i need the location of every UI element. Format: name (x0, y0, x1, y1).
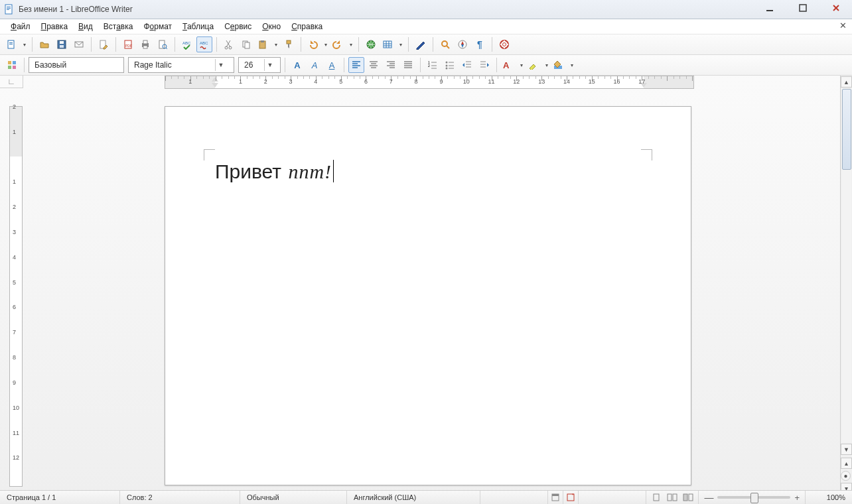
svg-rect-54 (689, 494, 693, 501)
cut-button[interactable] (221, 36, 237, 52)
svg-rect-5 (800, 5, 806, 11)
bullet-list-button[interactable] (442, 57, 458, 73)
print-preview-button[interactable] (155, 36, 171, 52)
save-button[interactable] (54, 36, 70, 52)
menu-window[interactable]: Окно (257, 21, 286, 32)
status-signature[interactable] (579, 491, 646, 504)
increase-indent-button[interactable] (476, 57, 492, 73)
vertical-scrollbar[interactable]: ▲ ▼ ▴ ● ▾ (840, 76, 852, 496)
menu-edit[interactable]: Правка (36, 21, 74, 32)
numbered-list-button[interactable]: 12 (425, 57, 441, 73)
status-insert-mode[interactable] (480, 491, 548, 504)
menu-format[interactable]: Формат (138, 21, 177, 32)
title-bar: Без имени 1 - LibreOffice Writer (0, 0, 852, 19)
scroll-track[interactable] (842, 89, 851, 442)
highlight-color-button[interactable] (526, 57, 550, 73)
show-draw-functions-button[interactable] (413, 36, 429, 52)
copy-button[interactable] (238, 36, 254, 52)
paste-button[interactable] (255, 36, 279, 52)
hyperlink-button[interactable] (363, 36, 379, 52)
font-size-combo[interactable]: ▼ (238, 57, 281, 73)
horizontal-ruler[interactable]: /* ticks drawn after load */ 11234567891… (165, 76, 694, 89)
dropdown-icon[interactable]: ▼ (215, 59, 226, 71)
status-language[interactable]: Английский (США) (347, 491, 480, 504)
status-word-count[interactable]: Слов: 2 (120, 491, 240, 504)
multi-page-view-button[interactable] (665, 493, 679, 502)
separator (358, 37, 359, 52)
svg-rect-18 (143, 46, 147, 48)
menu-view[interactable]: Вид (73, 21, 98, 32)
ruler-corner: ∟ (0, 76, 23, 88)
zoom-slider[interactable]: — + (699, 491, 806, 504)
paragraph-style-combo[interactable]: ▼ (29, 57, 124, 73)
open-button[interactable] (36, 36, 52, 52)
menu-table[interactable]: Таблица (177, 21, 219, 32)
zoom-percent[interactable]: 100% (806, 491, 852, 504)
underline-button[interactable]: A (324, 57, 340, 73)
menu-file[interactable]: ФФайлайл (5, 21, 36, 32)
zoom-percent-label: 100% (827, 493, 845, 501)
background-color-button[interactable] (551, 57, 575, 73)
document-page[interactable]: Привет ппт! (165, 106, 691, 485)
format-paintbrush-button[interactable] (281, 36, 297, 52)
status-document-modified[interactable]: * (563, 491, 579, 504)
standard-toolbar: PDF ABC ABC ¶ (0, 34, 852, 55)
font-name-combo[interactable]: ▼ (128, 57, 234, 73)
spellcheck-button[interactable]: ABC (179, 36, 195, 52)
italic-button[interactable]: A (307, 57, 322, 73)
export-pdf-button[interactable]: PDF (120, 36, 136, 52)
decrease-indent-button[interactable] (459, 57, 475, 73)
align-center-button[interactable] (366, 57, 382, 73)
menu-help[interactable]: Справка (286, 21, 328, 32)
font-size-input[interactable] (243, 60, 264, 70)
undo-button[interactable] (305, 36, 329, 52)
print-button[interactable] (137, 36, 153, 52)
menu-tools[interactable]: Сервис (219, 21, 257, 32)
zoom-track[interactable] (717, 496, 790, 499)
document-content[interactable]: Привет ппт! (215, 160, 334, 183)
navigator-button[interactable] (455, 36, 470, 52)
font-color-button[interactable]: A (501, 57, 525, 73)
separator (91, 37, 92, 52)
status-page[interactable]: Страница 1 / 1 (0, 491, 120, 504)
dropdown-icon[interactable]: ▼ (264, 59, 275, 71)
previous-page-button[interactable]: ▴ (841, 458, 852, 469)
status-selection-mode[interactable] (548, 491, 563, 504)
scroll-up-button[interactable]: ▲ (841, 76, 852, 88)
nonprinting-chars-button[interactable]: ¶ (472, 36, 488, 52)
align-left-button[interactable] (348, 57, 364, 73)
help-button[interactable] (496, 36, 512, 52)
vertical-ruler[interactable]: 21123456789101112 (9, 106, 23, 487)
book-view-button[interactable] (681, 493, 695, 502)
single-page-view-button[interactable] (649, 493, 664, 502)
minimize-button[interactable] (754, 0, 786, 16)
navigation-select-button[interactable]: ● (841, 471, 851, 481)
align-right-button[interactable] (383, 57, 399, 73)
email-button[interactable] (71, 36, 87, 52)
close-document-button[interactable]: ✕ (839, 21, 847, 31)
svg-rect-52 (673, 494, 677, 501)
svg-text:ABC: ABC (200, 41, 208, 45)
zoom-out-button[interactable]: — (704, 492, 713, 503)
zoom-thumb[interactable] (750, 493, 758, 503)
align-justify-button[interactable] (400, 57, 416, 73)
scroll-thumb[interactable] (842, 89, 851, 170)
font-name-input[interactable] (133, 60, 215, 70)
menu-insert[interactable]: Вставка (98, 21, 139, 32)
auto-spellcheck-button[interactable]: ABC (196, 36, 212, 52)
edit-file-button[interactable] (96, 36, 111, 52)
selection-mode-icon[interactable] (548, 493, 563, 502)
styles-button[interactable] (4, 57, 20, 73)
maximize-button[interactable] (787, 0, 819, 16)
close-button[interactable] (820, 0, 852, 16)
find-replace-button[interactable] (437, 36, 453, 52)
paragraph-style-input[interactable] (33, 60, 135, 70)
status-page-style[interactable]: Обычный (240, 491, 347, 504)
redo-button[interactable] (330, 36, 354, 52)
svg-rect-47 (552, 494, 559, 496)
new-document-button[interactable] (4, 36, 28, 52)
bold-button[interactable]: A (289, 57, 305, 73)
zoom-in-button[interactable]: + (794, 493, 800, 503)
scroll-down-button[interactable]: ▼ (841, 444, 852, 455)
insert-table-button[interactable] (380, 36, 404, 52)
